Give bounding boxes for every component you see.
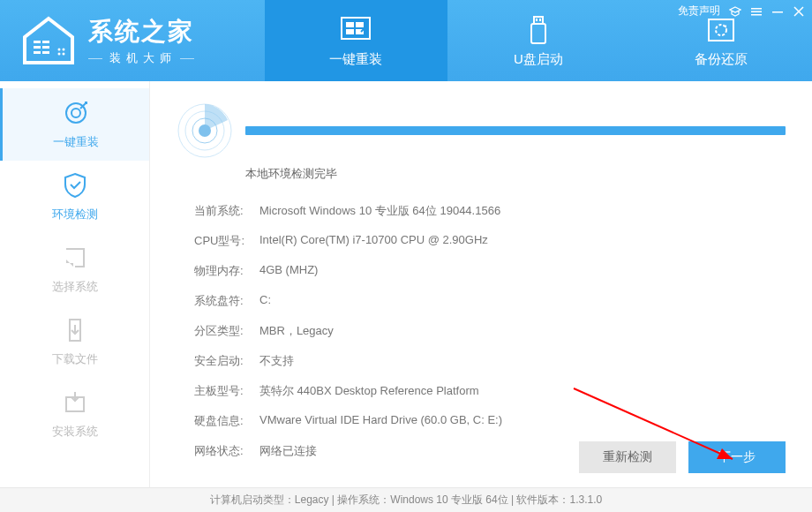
footer: 计算机启动类型：Legacy | 操作系统：Windows 10 专业版 64位… [0, 487, 812, 512]
main-content: 本地环境检测完毕 当前系统:Microsoft Windows 10 专业版 6… [150, 81, 812, 487]
svg-point-6 [58, 49, 61, 51]
svg-rect-3 [42, 46, 49, 49]
sidebar-label: 一键重装 [53, 134, 99, 150]
svg-rect-12 [356, 22, 364, 27]
info-row-cpu: CPU型号:Intel(R) Core(TM) i7-10700 CPU @ 2… [194, 226, 786, 256]
select-icon [61, 244, 89, 272]
radar-icon [177, 102, 233, 159]
svg-rect-0 [34, 41, 41, 43]
tab-label: 一键重装 [329, 51, 382, 68]
logo-title: 系统之家 [88, 15, 194, 49]
svg-rect-11 [346, 22, 354, 27]
svg-rect-18 [531, 24, 545, 43]
info-list: 当前系统:Microsoft Windows 10 专业版 64位 19044.… [177, 196, 786, 466]
info-row-os: 当前系统:Microsoft Windows 10 专业版 64位 19044.… [194, 196, 786, 226]
tab-reinstall[interactable]: 一键重装 [265, 0, 447, 81]
action-row: 重新检测 下一步 [579, 441, 786, 473]
svg-rect-13 [346, 29, 354, 34]
svg-rect-16 [536, 19, 538, 21]
svg-point-9 [63, 53, 65, 56]
progress-bar [245, 126, 786, 135]
info-row-drive: 系统盘符:C: [194, 286, 786, 316]
sidebar-item-select[interactable]: 选择系统 [0, 233, 149, 305]
svg-rect-1 [42, 41, 49, 43]
target-icon [62, 99, 90, 127]
tab-label: U盘启动 [514, 51, 563, 68]
logo-subtitle: 装机大师 [88, 50, 194, 66]
svg-rect-22 [751, 11, 762, 12]
house-logo-icon [18, 14, 79, 67]
close-button[interactable] [793, 5, 805, 18]
svg-rect-5 [42, 51, 49, 54]
svg-rect-23 [751, 14, 762, 16]
status-text: 本地环境检测完毕 [245, 166, 786, 182]
svg-rect-19 [709, 19, 733, 41]
sidebar-item-env[interactable]: 环境检测 [0, 161, 149, 233]
window-controls: 免责声明 [678, 4, 805, 19]
sidebar-label: 下载文件 [52, 351, 98, 367]
tab-label: 备份还原 [695, 51, 748, 68]
logo-area: 系统之家 装机大师 [0, 0, 265, 81]
sidebar-label: 安装系统 [52, 424, 98, 440]
svg-point-26 [71, 109, 80, 117]
body: 一键重装 环境检测 选择系统 下载文件 安装系统 [0, 81, 812, 487]
svg-rect-4 [34, 51, 41, 54]
shield-icon [61, 171, 89, 200]
windows-reinstall-icon [338, 14, 373, 46]
usb-icon [521, 14, 556, 46]
info-row-disk: 硬盘信息:VMware Virtual IDE Hard Drive (60.0… [194, 406, 786, 436]
svg-point-7 [63, 49, 65, 51]
sidebar-label: 环境检测 [52, 207, 98, 222]
svg-rect-24 [772, 11, 783, 13]
disclaimer-link[interactable]: 免责声明 [678, 4, 720, 19]
menu-icon[interactable] [750, 5, 763, 18]
minimize-button[interactable] [771, 5, 784, 18]
info-row-mem: 物理内存:4GB (MHZ) [194, 256, 786, 286]
info-row-secboot: 安全启动:不支持 [194, 346, 786, 376]
sidebar-label: 选择系统 [52, 279, 98, 295]
svg-rect-15 [534, 17, 543, 24]
next-button[interactable]: 下一步 [688, 441, 786, 473]
svg-rect-2 [34, 46, 41, 49]
download-icon [61, 316, 89, 344]
tab-usb[interactable]: U盘启动 [447, 0, 630, 81]
graduation-icon[interactable] [729, 5, 741, 18]
info-row-mb: 主板型号:英特尔 440BX Desktop Reference Platfor… [194, 376, 786, 406]
sidebar-item-install[interactable]: 安装系统 [0, 378, 149, 450]
header: 系统之家 装机大师 一键重装 U盘启动 [0, 0, 812, 81]
recheck-button[interactable]: 重新检测 [579, 441, 676, 473]
sidebar: 一键重装 环境检测 选择系统 下载文件 安装系统 [0, 81, 150, 487]
info-row-part: 分区类型:MBR，Legacy [194, 316, 786, 346]
sidebar-item-download[interactable]: 下载文件 [0, 305, 149, 378]
install-icon [61, 388, 89, 417]
sidebar-item-reinstall[interactable]: 一键重装 [0, 88, 149, 161]
svg-rect-17 [539, 19, 541, 21]
footer-text: 计算机启动类型：Legacy | 操作系统：Windows 10 专业版 64位… [210, 493, 602, 508]
svg-point-8 [58, 53, 61, 56]
svg-rect-21 [751, 8, 762, 10]
progress-row [177, 102, 786, 159]
